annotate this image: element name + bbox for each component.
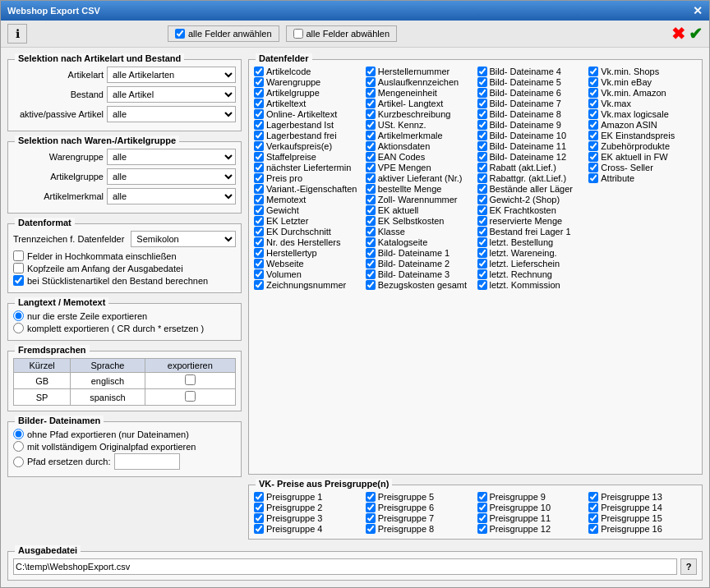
preisgruppe-checkbox[interactable] <box>366 492 376 502</box>
field-checkbox[interactable] <box>254 120 264 130</box>
bilder-radio-3[interactable] <box>13 457 24 467</box>
field-checkbox[interactable] <box>477 152 487 162</box>
field-checkbox[interactable] <box>254 173 264 183</box>
preisgruppe-checkbox[interactable] <box>477 492 487 502</box>
field-checkbox[interactable] <box>366 205 376 215</box>
lang-exportieren-checkbox[interactable] <box>185 391 196 402</box>
ausgabedatei-input[interactable] <box>13 558 677 575</box>
field-checkbox[interactable] <box>588 173 598 183</box>
info-button[interactable]: ℹ <box>7 24 27 44</box>
field-checkbox[interactable] <box>254 109 264 119</box>
lang-exportieren[interactable] <box>145 373 235 389</box>
deselect-all-button[interactable]: alle Felder abwählen <box>286 25 398 42</box>
trennzeichen-select[interactable]: Semikolon <box>131 231 236 247</box>
field-checkbox[interactable] <box>366 237 376 247</box>
field-checkbox[interactable] <box>254 259 264 269</box>
field-checkbox[interactable] <box>588 141 598 151</box>
warengruppe-select[interactable]: alle <box>107 149 236 165</box>
field-checkbox[interactable] <box>588 77 598 87</box>
field-checkbox[interactable] <box>254 77 264 87</box>
field-checkbox[interactable] <box>366 259 376 269</box>
field-checkbox[interactable] <box>477 163 487 172</box>
preisgruppe-checkbox[interactable] <box>588 513 598 523</box>
field-checkbox[interactable] <box>366 77 376 87</box>
field-checkbox[interactable] <box>477 120 487 130</box>
langtext-radio-1[interactable] <box>13 310 24 321</box>
bilder-radio-2[interactable] <box>13 441 24 452</box>
preisgruppe-checkbox[interactable] <box>254 492 264 502</box>
preisgruppe-checkbox[interactable] <box>254 513 264 523</box>
field-checkbox[interactable] <box>366 141 376 151</box>
field-checkbox[interactable] <box>477 99 487 108</box>
field-checkbox[interactable] <box>254 163 264 172</box>
field-checkbox[interactable] <box>254 248 264 258</box>
field-checkbox[interactable] <box>477 248 487 258</box>
field-checkbox[interactable] <box>366 248 376 258</box>
field-checkbox[interactable] <box>366 184 376 194</box>
field-checkbox[interactable] <box>366 269 376 279</box>
artikelgruppe-select[interactable]: alle <box>107 168 236 185</box>
preisgruppe-checkbox[interactable] <box>477 503 487 512</box>
lang-exportieren-checkbox[interactable] <box>185 374 196 385</box>
field-checkbox[interactable] <box>366 99 376 108</box>
field-checkbox[interactable] <box>477 227 487 237</box>
field-checkbox[interactable] <box>477 237 487 247</box>
preisgruppe-checkbox[interactable] <box>588 503 598 512</box>
field-checkbox[interactable] <box>588 152 598 162</box>
felder-hochkommata-checkbox[interactable] <box>13 250 24 261</box>
field-checkbox[interactable] <box>588 109 598 119</box>
field-checkbox[interactable] <box>477 195 487 204</box>
preisgruppe-checkbox[interactable] <box>366 524 376 534</box>
preisgruppe-checkbox[interactable] <box>588 524 598 534</box>
field-checkbox[interactable] <box>254 152 264 162</box>
field-checkbox[interactable] <box>366 216 376 226</box>
field-checkbox[interactable] <box>366 109 376 119</box>
field-checkbox[interactable] <box>366 67 376 76</box>
lang-exportieren[interactable] <box>145 389 235 406</box>
artikelmerkmal-select[interactable]: alle <box>107 188 236 204</box>
field-checkbox[interactable] <box>366 173 376 183</box>
field-checkbox[interactable] <box>254 216 264 226</box>
help-button[interactable]: ? <box>680 558 697 575</box>
preisgruppe-checkbox[interactable] <box>254 524 264 534</box>
field-checkbox[interactable] <box>366 152 376 162</box>
field-checkbox[interactable] <box>366 280 376 290</box>
bilder-pfad-input[interactable] <box>114 453 180 470</box>
aktiv-select[interactable]: alle <box>107 106 236 122</box>
field-checkbox[interactable] <box>366 131 376 140</box>
field-checkbox[interactable] <box>477 88 487 98</box>
preisgruppe-checkbox[interactable] <box>477 524 487 534</box>
preisgruppe-checkbox[interactable] <box>366 513 376 523</box>
field-checkbox[interactable] <box>477 67 487 76</box>
artikelart-select[interactable]: alle Artikelarten <box>107 67 236 83</box>
select-all-button[interactable]: alle Felder anwählen <box>168 25 279 42</box>
field-checkbox[interactable] <box>477 259 487 269</box>
field-checkbox[interactable] <box>477 280 487 290</box>
field-checkbox[interactable] <box>366 227 376 237</box>
field-checkbox[interactable] <box>477 109 487 119</box>
field-checkbox[interactable] <box>254 184 264 194</box>
field-checkbox[interactable] <box>477 141 487 151</box>
field-checkbox[interactable] <box>254 88 264 98</box>
field-checkbox[interactable] <box>254 67 264 76</box>
field-checkbox[interactable] <box>477 173 487 183</box>
field-checkbox[interactable] <box>366 195 376 204</box>
field-checkbox[interactable] <box>588 88 598 98</box>
ok-button[interactable]: ✔ <box>689 24 703 44</box>
field-checkbox[interactable] <box>254 269 264 279</box>
field-checkbox[interactable] <box>254 141 264 151</box>
preisgruppe-checkbox[interactable] <box>254 503 264 512</box>
field-checkbox[interactable] <box>588 120 598 130</box>
field-checkbox[interactable] <box>588 67 598 76</box>
preisgruppe-checkbox[interactable] <box>366 503 376 512</box>
field-checkbox[interactable] <box>588 131 598 140</box>
field-checkbox[interactable] <box>254 131 264 140</box>
preisgruppe-checkbox[interactable] <box>477 513 487 523</box>
bilder-radio-1[interactable] <box>13 429 24 439</box>
field-checkbox[interactable] <box>366 120 376 130</box>
stueckliste-checkbox[interactable] <box>13 275 24 286</box>
field-checkbox[interactable] <box>477 205 487 215</box>
select-all-checkbox[interactable] <box>175 29 185 39</box>
field-checkbox[interactable] <box>477 216 487 226</box>
deselect-all-checkbox[interactable] <box>293 29 303 39</box>
